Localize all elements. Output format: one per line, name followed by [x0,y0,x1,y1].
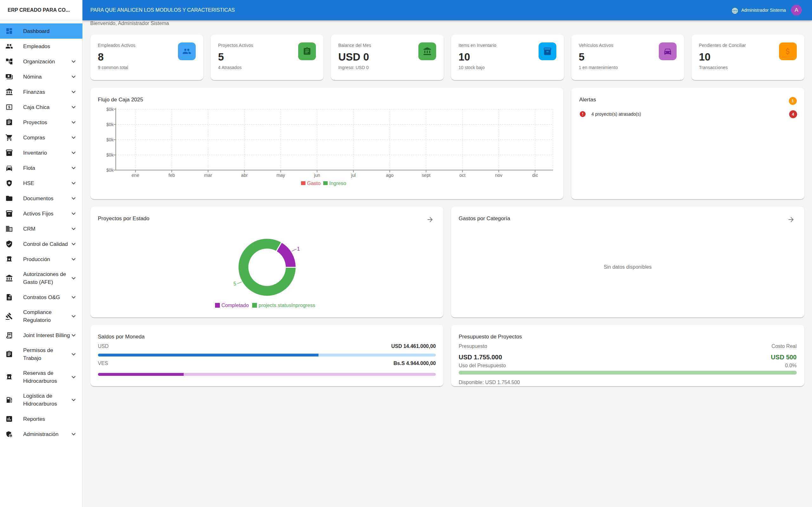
svg-text:nov: nov [495,172,502,177]
svg-text:ene: ene [131,172,139,177]
svg-text:5: 5 [233,281,236,286]
svg-text:oct: oct [459,172,465,177]
svg-text:jul: jul [351,172,356,177]
svg-text:1: 1 [297,246,300,251]
svg-text:jun: jun [313,172,320,177]
svg-text:projects.statusInprogress: projects.statusInprogress [258,302,315,308]
svg-text:ago: ago [386,172,393,177]
svg-text:sept: sept [421,172,430,177]
svg-text:$0k: $0k [106,137,114,142]
svg-text:Gasto: Gasto [307,181,321,186]
svg-text:$0k: $0k [106,152,114,157]
svg-text:$0k: $0k [106,107,114,112]
svg-text:Ingreso: Ingreso [329,181,346,186]
svg-text:Completado: Completado [221,302,249,308]
svg-text:may: may [276,172,285,177]
svg-text:dic: dic [532,172,538,177]
svg-text:$0k: $0k [106,122,114,127]
svg-text:feb: feb [168,172,175,177]
svg-text:abr: abr [241,172,248,177]
svg-text:$0k: $0k [106,167,114,172]
svg-text:mar: mar [204,172,212,177]
svg-text:$: $ [8,105,10,109]
